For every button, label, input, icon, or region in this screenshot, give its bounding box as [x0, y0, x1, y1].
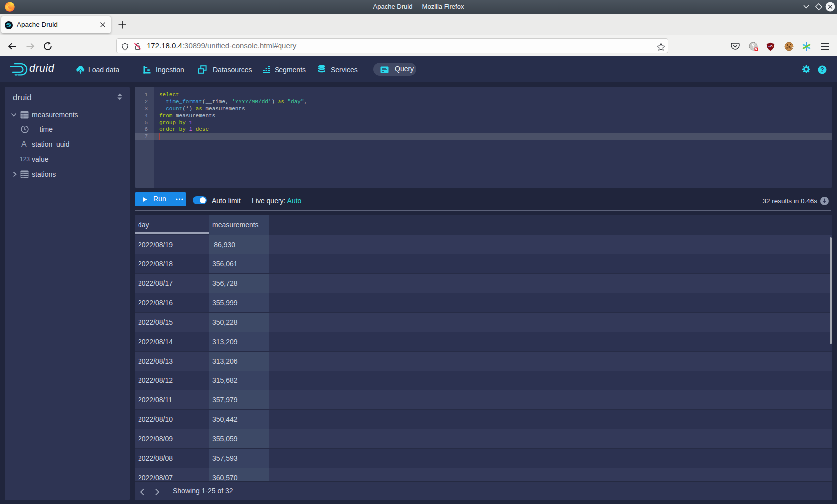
svg-text:?: ? [820, 66, 824, 73]
svg-text:uO: uO [768, 44, 773, 47]
